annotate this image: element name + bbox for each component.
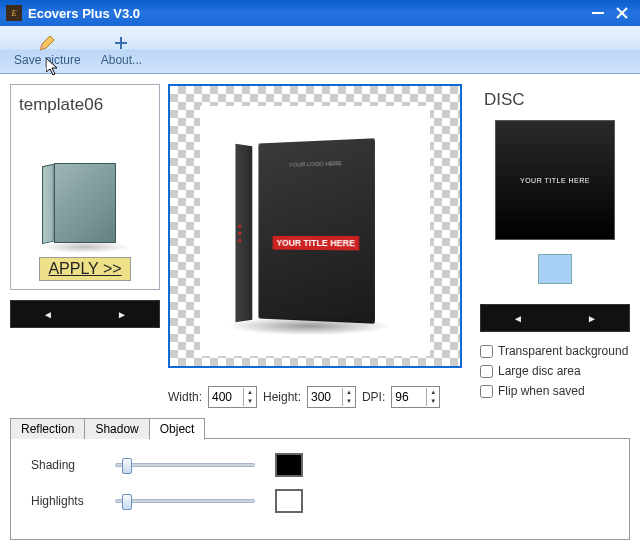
dpi-up[interactable]: ▲ [427, 388, 439, 397]
flip-option[interactable]: Flip when saved [480, 384, 630, 398]
dimensions-row: Width: ▲▼ Height: ▲▼ DPI: ▲▼ [168, 386, 472, 408]
workspace: template06 APPLY >> ◄ ► YOUR LOGO HER [0, 74, 640, 408]
tab-body-object: Shading Highlights [10, 438, 630, 540]
cover-render: YOUR LOGO HERE YOUR TITLE HERE [255, 141, 375, 321]
flip-label: Flip when saved [498, 384, 585, 398]
about-button[interactable]: About... [91, 28, 152, 72]
about-label: About... [101, 53, 142, 67]
width-up[interactable]: ▲ [244, 388, 256, 397]
canvas-panel: YOUR LOGO HERE YOUR TITLE HERE Width: ▲▼… [168, 84, 472, 408]
disc-prev-button[interactable]: ◄ [493, 309, 543, 328]
width-down[interactable]: ▼ [244, 397, 256, 406]
dpi-label: DPI: [362, 390, 385, 404]
canvas-frame[interactable]: YOUR LOGO HERE YOUR TITLE HERE [168, 84, 462, 368]
highlights-label: Highlights [31, 494, 95, 508]
options-group: Transparent background Large disc area F… [480, 344, 630, 398]
tabs-area: Reflection Shadow Object Shading Highlig… [10, 418, 630, 540]
highlights-color-box[interactable] [275, 489, 303, 513]
template-nav: ◄ ► [10, 300, 160, 328]
transparent-bg-checkbox[interactable] [480, 345, 493, 358]
tab-strip: Reflection Shadow Object [10, 418, 630, 439]
transparent-bg-option[interactable]: Transparent background [480, 344, 630, 358]
large-disc-option[interactable]: Large disc area [480, 364, 630, 378]
tab-object[interactable]: Object [149, 418, 206, 440]
cover-logo-text: YOUR LOGO HERE [289, 160, 342, 168]
apply-button[interactable]: APPLY >> [39, 257, 130, 281]
disc-heading: DISC [484, 90, 630, 110]
toolbar: Save picture About... [0, 26, 640, 74]
pencil-icon [38, 33, 56, 53]
shading-label: Shading [31, 458, 95, 472]
svg-rect-0 [592, 12, 604, 14]
template-preview [30, 143, 140, 243]
app-icon: E [6, 5, 22, 21]
template-next-button[interactable]: ► [97, 305, 147, 324]
width-stepper[interactable]: ▲▼ [208, 386, 257, 408]
cover-title-text: YOUR TITLE HERE [273, 236, 359, 251]
dpi-input[interactable] [392, 390, 426, 404]
flip-checkbox[interactable] [480, 385, 493, 398]
disc-color-swatch[interactable] [538, 254, 572, 284]
shading-slider[interactable] [115, 463, 255, 467]
height-stepper[interactable]: ▲▼ [307, 386, 356, 408]
window-title: Ecovers Plus V3.0 [28, 6, 586, 21]
width-label: Width: [168, 390, 202, 404]
height-down[interactable]: ▼ [343, 397, 355, 406]
large-disc-label: Large disc area [498, 364, 581, 378]
template-name: template06 [19, 95, 103, 115]
height-label: Height: [263, 390, 301, 404]
highlights-slider[interactable] [115, 499, 255, 503]
template-prev-button[interactable]: ◄ [23, 305, 73, 324]
save-picture-button[interactable]: Save picture [4, 28, 91, 72]
title-bar: E Ecovers Plus V3.0 [0, 0, 640, 26]
large-disc-checkbox[interactable] [480, 365, 493, 378]
save-picture-label: Save picture [14, 53, 81, 67]
transparent-bg-label: Transparent background [498, 344, 628, 358]
close-button[interactable] [610, 5, 634, 21]
dpi-down[interactable]: ▼ [427, 397, 439, 406]
minimize-button[interactable] [586, 5, 610, 21]
plus-icon [114, 33, 128, 53]
tab-shadow[interactable]: Shadow [84, 418, 149, 439]
disc-title-text: YOUR TITLE HERE [520, 177, 590, 184]
shading-color-box[interactable] [275, 453, 303, 477]
template-panel: template06 APPLY >> [10, 84, 160, 290]
disc-panel: DISC YOUR TITLE HERE ◄ ► Transparent bac… [480, 84, 630, 408]
width-input[interactable] [209, 390, 243, 404]
disc-preview: YOUR TITLE HERE [495, 120, 615, 240]
height-input[interactable] [308, 390, 342, 404]
dpi-stepper[interactable]: ▲▼ [391, 386, 440, 408]
disc-nav: ◄ ► [480, 304, 630, 332]
tab-reflection[interactable]: Reflection [10, 418, 85, 439]
disc-next-button[interactable]: ► [567, 309, 617, 328]
height-up[interactable]: ▲ [343, 388, 355, 397]
